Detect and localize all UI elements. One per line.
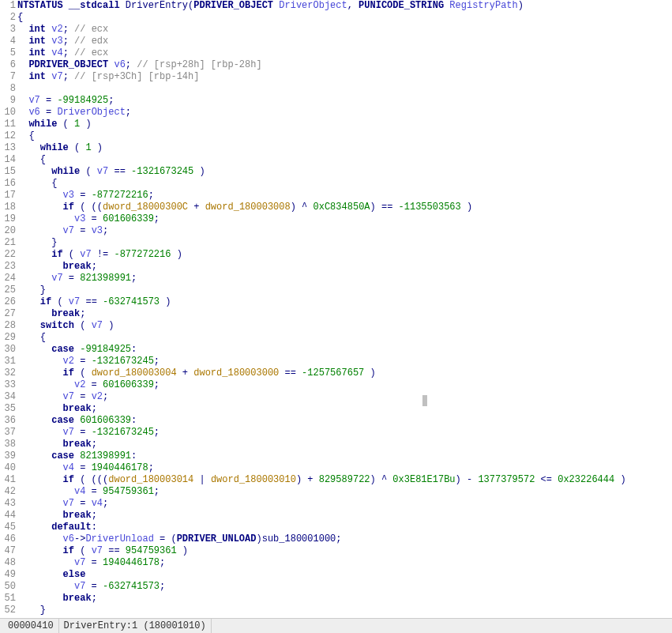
code-text[interactable]: if ( ((dword_18000300C + dword_180003008… — [17, 202, 672, 213]
code-text[interactable]: v3 = 601606339; — [17, 213, 672, 225]
code-text[interactable]: v7 = v4; — [17, 498, 672, 510]
code-line[interactable]: 30 case -99184925: — [0, 344, 672, 356]
code-line[interactable]: 15 while ( v7 == -1321673245 ) — [0, 166, 672, 178]
code-text[interactable]: v7 = -632741573; — [17, 581, 672, 593]
code-line[interactable]: 12 { — [0, 130, 672, 142]
code-text[interactable]: v7 = 1940446178; — [17, 557, 672, 569]
code-text[interactable]: break; — [17, 593, 672, 605]
code-text[interactable]: v4 = 954759361; — [17, 486, 672, 498]
code-line[interactable]: 20 v7 = v3; — [0, 225, 672, 237]
code-text[interactable]: int v2; // ecx — [17, 24, 672, 36]
code-line[interactable]: 27 break; — [0, 308, 672, 320]
code-line[interactable]: 4 int v3; // edx — [0, 36, 672, 47]
code-line[interactable]: 21 } — [0, 237, 672, 249]
decompiler-view[interactable]: 1NTSTATUS __stdcall DriverEntry(PDRIVER_… — [0, 0, 672, 617]
code-line[interactable]: 39 case 821398991: — [0, 450, 672, 462]
code-text[interactable]: break; — [17, 403, 672, 415]
code-line[interactable]: 45 default: — [0, 522, 672, 533]
code-text[interactable]: default: — [17, 522, 672, 533]
code-line[interactable]: 47 if ( v7 == 954759361 ) — [0, 545, 672, 557]
code-line[interactable]: 36 case 601606339: — [0, 415, 672, 427]
code-text[interactable]: { — [17, 154, 672, 166]
code-line[interactable]: 34 v7 = v2; — [0, 391, 672, 403]
code-line[interactable]: 7 int v7; // [rsp+3Ch] [rbp-14h] — [0, 71, 672, 83]
code-text[interactable]: if ( v7 == 954759361 ) — [17, 545, 672, 557]
code-text[interactable]: int v4; // ecx — [17, 47, 672, 59]
code-line[interactable]: 10 v6 = DriverObject; — [0, 107, 672, 119]
code-line[interactable]: 23 break; — [0, 261, 672, 273]
code-line[interactable]: 25 } — [0, 284, 672, 296]
code-text[interactable]: if ( v7 == -632741573 ) — [17, 296, 672, 308]
code-text[interactable]: v6->DriverUnload = (PDRIVER_UNLOAD)sub_1… — [17, 533, 672, 545]
code-text[interactable]: case -99184925: — [17, 344, 672, 356]
code-text[interactable]: while ( 1 ) — [17, 142, 672, 154]
code-text[interactable]: break; — [17, 439, 672, 450]
code-text[interactable]: { — [17, 12, 672, 24]
code-text[interactable]: else — [17, 569, 672, 581]
code-text[interactable]: v7 = -1321673245; — [17, 427, 672, 439]
code-text[interactable]: switch ( v7 ) — [17, 320, 672, 332]
code-text[interactable]: while ( 1 ) — [17, 119, 672, 130]
code-line[interactable]: 41 if ( (((dword_180003014 | dword_18000… — [0, 474, 672, 486]
code-line[interactable]: 32 if ( dword_180003004 + dword_18000300… — [0, 367, 672, 379]
code-line[interactable]: 51 break; — [0, 593, 672, 605]
code-text[interactable] — [17, 83, 672, 95]
code-line[interactable]: 18 if ( ((dword_18000300C + dword_180003… — [0, 202, 672, 213]
code-line[interactable]: 24 v7 = 821398991; — [0, 273, 672, 284]
code-line[interactable]: 22 if ( v7 != -877272216 ) — [0, 249, 672, 261]
code-text[interactable]: } — [17, 284, 672, 296]
code-text[interactable]: v7 = v2; — [17, 391, 672, 403]
code-line[interactable]: 48 v7 = 1940446178; — [0, 557, 672, 569]
code-text[interactable]: v2 = -1321673245; — [17, 356, 672, 367]
code-text[interactable]: break; — [17, 308, 672, 320]
code-text[interactable]: break; — [17, 510, 672, 522]
code-text[interactable]: if ( (((dword_180003014 | dword_18000301… — [17, 474, 672, 486]
code-line[interactable]: 40 v4 = 1940446178; — [0, 462, 672, 474]
code-text[interactable]: v2 = 601606339; — [17, 379, 672, 391]
code-line[interactable]: 26 if ( v7 == -632741573 ) — [0, 296, 672, 308]
code-line[interactable]: 1NTSTATUS __stdcall DriverEntry(PDRIVER_… — [0, 0, 672, 12]
code-line[interactable]: 19 v3 = 601606339; — [0, 213, 672, 225]
code-line[interactable]: 13 while ( 1 ) — [0, 142, 672, 154]
code-line[interactable]: 46 v6->DriverUnload = (PDRIVER_UNLOAD)su… — [0, 533, 672, 545]
code-line[interactable]: 52 } — [0, 605, 672, 616]
code-text[interactable]: PDRIVER_OBJECT v6; // [rsp+28h] [rbp-28h… — [17, 59, 672, 71]
code-line[interactable]: 5 int v4; // ecx — [0, 47, 672, 59]
code-line[interactable]: 38 break; — [0, 439, 672, 450]
code-line[interactable]: 43 v7 = v4; — [0, 498, 672, 510]
code-text[interactable]: } — [17, 605, 672, 616]
code-line[interactable]: 8 — [0, 83, 672, 95]
code-line[interactable]: 44 break; — [0, 510, 672, 522]
code-text[interactable]: if ( dword_180003004 + dword_180003000 =… — [17, 367, 672, 379]
code-text[interactable]: v7 = -99184925; — [17, 95, 672, 107]
code-text[interactable]: NTSTATUS __stdcall DriverEntry(PDRIVER_O… — [17, 0, 672, 12]
code-text[interactable]: int v7; // [rsp+3Ch] [rbp-14h] — [17, 71, 672, 83]
code-line[interactable]: 49 else — [0, 569, 672, 581]
code-line[interactable]: 9 v7 = -99184925; — [0, 95, 672, 107]
code-text[interactable]: } — [17, 237, 672, 249]
code-text[interactable]: while ( v7 == -1321673245 ) — [17, 166, 672, 178]
code-text[interactable]: v4 = 1940446178; — [17, 462, 672, 474]
code-text[interactable]: v3 = -877272216; — [17, 190, 672, 202]
code-line[interactable]: 2{ — [0, 12, 672, 24]
code-text[interactable]: v7 = v3; — [17, 225, 672, 237]
code-line[interactable]: 28 switch ( v7 ) — [0, 320, 672, 332]
code-text[interactable]: break; — [17, 261, 672, 273]
code-line[interactable]: 17 v3 = -877272216; — [0, 190, 672, 202]
code-line[interactable]: 6 PDRIVER_OBJECT v6; // [rsp+28h] [rbp-2… — [0, 59, 672, 71]
code-line[interactable]: 16 { — [0, 178, 672, 190]
code-text[interactable]: { — [17, 130, 672, 142]
code-text[interactable]: { — [17, 178, 672, 190]
code-line[interactable]: 37 v7 = -1321673245; — [0, 427, 672, 439]
code-text[interactable]: case 821398991: — [17, 450, 672, 462]
code-line[interactable]: 50 v7 = -632741573; — [0, 581, 672, 593]
code-text[interactable]: if ( v7 != -877272216 ) — [17, 249, 672, 261]
code-line[interactable]: 14 { — [0, 154, 672, 166]
code-text[interactable]: int v3; // edx — [17, 36, 672, 47]
code-text[interactable]: { — [17, 332, 672, 344]
code-line[interactable]: 33 v2 = 601606339; — [0, 379, 672, 391]
code-line[interactable]: 29 { — [0, 332, 672, 344]
code-text[interactable]: v7 = 821398991; — [17, 273, 672, 284]
code-text[interactable]: case 601606339: — [17, 415, 672, 427]
code-line[interactable]: 3 int v2; // ecx — [0, 24, 672, 36]
